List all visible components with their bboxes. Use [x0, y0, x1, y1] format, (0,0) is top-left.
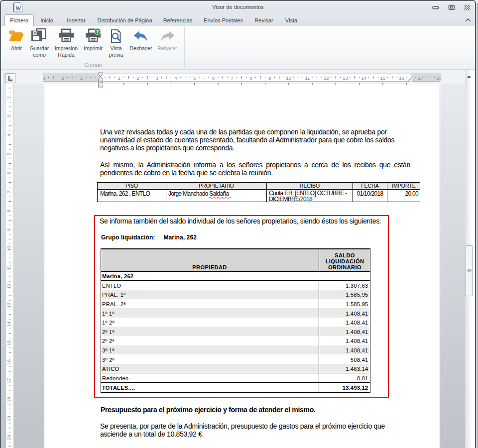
svg-text:4: 4	[6, 134, 11, 136]
svg-text:16: 16	[6, 359, 11, 365]
svg-text:W: W	[15, 4, 22, 12]
svg-text:14: 14	[361, 75, 367, 81]
svg-text:3: 3	[155, 75, 158, 81]
svg-text:7: 7	[6, 191, 11, 193]
svg-text:10: 10	[286, 75, 291, 81]
svg-text:11: 11	[305, 75, 310, 81]
svg-text:19: 19	[6, 416, 11, 421]
svg-text:13: 13	[343, 75, 348, 81]
svg-text:16: 16	[399, 75, 404, 81]
svg-text:12: 12	[6, 284, 11, 289]
svg-text:5: 5	[6, 153, 11, 155]
svg-text:13: 13	[6, 303, 11, 308]
svg-text:3: 3	[6, 115, 11, 117]
svg-text:18: 18	[437, 75, 441, 81]
svg-text:11: 11	[6, 265, 11, 270]
svg-text:9: 9	[6, 228, 11, 231]
svg-text:?: ?	[96, 28, 99, 34]
svg-text:15: 15	[6, 340, 11, 346]
svg-text:6: 6	[212, 75, 215, 81]
svg-text:3: 3	[43, 75, 45, 81]
svg-text:15: 15	[380, 75, 386, 81]
svg-text:18: 18	[6, 397, 11, 402]
svg-text:2: 2	[61, 75, 64, 81]
svg-text:2: 2	[6, 96, 11, 99]
svg-text:8: 8	[249, 75, 252, 81]
svg-text:9: 9	[268, 75, 271, 81]
svg-text:7: 7	[231, 75, 234, 81]
svg-text:6: 6	[6, 172, 11, 174]
svg-text:5: 5	[193, 75, 196, 81]
svg-text:2: 2	[136, 75, 139, 81]
svg-text:10: 10	[6, 246, 11, 251]
svg-text:8: 8	[6, 210, 11, 212]
svg-text:12: 12	[324, 75, 329, 81]
svg-text:17: 17	[6, 378, 11, 384]
svg-text:14: 14	[6, 322, 11, 327]
svg-text:4: 4	[174, 75, 177, 81]
svg-text:17: 17	[418, 75, 423, 81]
svg-text:20: 20	[6, 435, 11, 440]
svg-text:1: 1	[118, 75, 120, 81]
svg-text:1: 1	[80, 75, 83, 81]
